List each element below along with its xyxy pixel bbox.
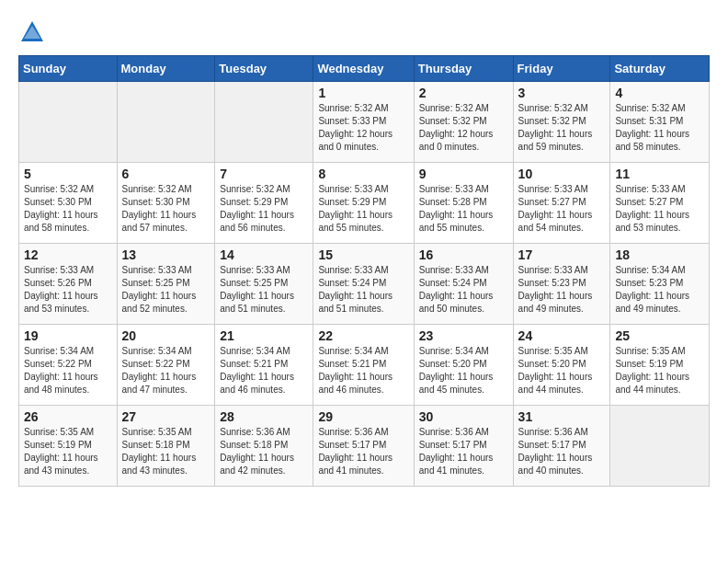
week-row-1: 5 Sunrise: 5:32 AMSunset: 5:30 PMDayligh… <box>19 163 710 244</box>
day-number: 25 <box>615 328 704 343</box>
day-cell: 13 Sunrise: 5:33 AMSunset: 5:25 PMDaylig… <box>117 244 215 325</box>
weekday-header-wednesday: Wednesday <box>313 56 414 82</box>
day-number: 5 <box>24 167 112 181</box>
day-number: 21 <box>220 328 308 343</box>
day-number: 9 <box>419 167 508 181</box>
day-cell: 10 Sunrise: 5:33 AMSunset: 5:27 PMDaylig… <box>513 163 610 244</box>
day-number: 27 <box>122 409 210 424</box>
weekday-header-thursday: Thursday <box>414 56 513 82</box>
day-number: 22 <box>318 328 408 343</box>
day-info: Sunrise: 5:33 AMSunset: 5:28 PMDaylight:… <box>419 183 508 235</box>
day-number: 1 <box>318 86 408 100</box>
day-info: Sunrise: 5:32 AMSunset: 5:33 PMDaylight:… <box>318 102 408 154</box>
day-number: 18 <box>615 247 704 262</box>
day-info: Sunrise: 5:36 AMSunset: 5:17 PMDaylight:… <box>518 426 606 477</box>
day-cell: 26 Sunrise: 5:35 AMSunset: 5:19 PMDaylig… <box>19 406 118 487</box>
day-cell: 14 Sunrise: 5:33 AMSunset: 5:25 PMDaylig… <box>215 244 313 325</box>
day-cell: 11 Sunrise: 5:33 AMSunset: 5:27 PMDaylig… <box>610 163 710 244</box>
day-info: Sunrise: 5:33 AMSunset: 5:25 PMDaylight:… <box>220 264 308 316</box>
day-cell: 31 Sunrise: 5:36 AMSunset: 5:17 PMDaylig… <box>513 406 610 487</box>
day-cell: 30 Sunrise: 5:36 AMSunset: 5:17 PMDaylig… <box>414 406 513 487</box>
day-cell <box>117 82 215 163</box>
day-cell: 8 Sunrise: 5:33 AMSunset: 5:29 PMDayligh… <box>313 163 414 244</box>
day-info: Sunrise: 5:35 AMSunset: 5:19 PMDaylight:… <box>24 426 112 477</box>
day-info: Sunrise: 5:36 AMSunset: 5:17 PMDaylight:… <box>318 426 408 477</box>
weekday-header-friday: Friday <box>513 56 610 82</box>
day-info: Sunrise: 5:32 AMSunset: 5:30 PMDaylight:… <box>122 183 210 235</box>
day-info: Sunrise: 5:33 AMSunset: 5:25 PMDaylight:… <box>122 264 210 316</box>
day-number: 16 <box>419 247 508 262</box>
day-cell: 18 Sunrise: 5:34 AMSunset: 5:23 PMDaylig… <box>610 244 710 325</box>
day-number: 12 <box>24 247 112 262</box>
day-number: 28 <box>220 409 308 424</box>
day-number: 8 <box>318 167 408 181</box>
day-cell <box>610 406 710 487</box>
day-cell: 12 Sunrise: 5:33 AMSunset: 5:26 PMDaylig… <box>19 244 118 325</box>
weekday-header-sunday: Sunday <box>19 56 118 82</box>
logo-icon <box>18 18 46 46</box>
day-info: Sunrise: 5:35 AMSunset: 5:19 PMDaylight:… <box>615 345 704 396</box>
day-number: 2 <box>419 86 508 100</box>
day-info: Sunrise: 5:33 AMSunset: 5:23 PMDaylight:… <box>518 264 606 316</box>
day-cell: 28 Sunrise: 5:36 AMSunset: 5:18 PMDaylig… <box>215 406 313 487</box>
day-number: 10 <box>518 167 606 181</box>
day-info: Sunrise: 5:32 AMSunset: 5:32 PMDaylight:… <box>518 102 606 154</box>
day-cell: 24 Sunrise: 5:35 AMSunset: 5:20 PMDaylig… <box>513 325 610 406</box>
day-number: 14 <box>220 247 308 262</box>
day-info: Sunrise: 5:33 AMSunset: 5:29 PMDaylight:… <box>318 183 408 235</box>
day-cell: 9 Sunrise: 5:33 AMSunset: 5:28 PMDayligh… <box>414 163 513 244</box>
weekday-header-row: SundayMondayTuesdayWednesdayThursdayFrid… <box>19 56 710 82</box>
day-number: 11 <box>615 167 704 181</box>
week-row-4: 26 Sunrise: 5:35 AMSunset: 5:19 PMDaylig… <box>19 406 710 487</box>
day-cell: 6 Sunrise: 5:32 AMSunset: 5:30 PMDayligh… <box>117 163 215 244</box>
day-cell: 20 Sunrise: 5:34 AMSunset: 5:22 PMDaylig… <box>117 325 215 406</box>
day-cell: 29 Sunrise: 5:36 AMSunset: 5:17 PMDaylig… <box>313 406 414 487</box>
day-cell: 15 Sunrise: 5:33 AMSunset: 5:24 PMDaylig… <box>313 244 414 325</box>
day-cell: 1 Sunrise: 5:32 AMSunset: 5:33 PMDayligh… <box>313 82 414 163</box>
week-row-3: 19 Sunrise: 5:34 AMSunset: 5:22 PMDaylig… <box>19 325 710 406</box>
day-info: Sunrise: 5:34 AMSunset: 5:21 PMDaylight:… <box>220 345 308 396</box>
day-info: Sunrise: 5:34 AMSunset: 5:22 PMDaylight:… <box>122 345 210 396</box>
day-info: Sunrise: 5:32 AMSunset: 5:29 PMDaylight:… <box>220 183 308 235</box>
calendar-table: SundayMondayTuesdayWednesdayThursdayFrid… <box>18 55 710 487</box>
day-info: Sunrise: 5:32 AMSunset: 5:32 PMDaylight:… <box>419 102 508 154</box>
day-info: Sunrise: 5:34 AMSunset: 5:20 PMDaylight:… <box>419 345 508 396</box>
week-row-2: 12 Sunrise: 5:33 AMSunset: 5:26 PMDaylig… <box>19 244 710 325</box>
day-info: Sunrise: 5:33 AMSunset: 5:27 PMDaylight:… <box>615 183 704 235</box>
day-cell: 17 Sunrise: 5:33 AMSunset: 5:23 PMDaylig… <box>513 244 610 325</box>
day-info: Sunrise: 5:34 AMSunset: 5:22 PMDaylight:… <box>24 345 112 396</box>
day-number: 7 <box>220 167 308 181</box>
day-number: 17 <box>518 247 606 262</box>
day-info: Sunrise: 5:33 AMSunset: 5:26 PMDaylight:… <box>24 264 112 316</box>
day-number: 26 <box>24 409 112 424</box>
day-number: 24 <box>518 328 606 343</box>
day-number: 30 <box>419 409 508 424</box>
day-cell: 23 Sunrise: 5:34 AMSunset: 5:20 PMDaylig… <box>414 325 513 406</box>
day-number: 4 <box>615 86 704 100</box>
day-cell: 21 Sunrise: 5:34 AMSunset: 5:21 PMDaylig… <box>215 325 313 406</box>
weekday-header-saturday: Saturday <box>610 56 710 82</box>
day-number: 15 <box>318 247 408 262</box>
day-info: Sunrise: 5:35 AMSunset: 5:18 PMDaylight:… <box>122 426 210 477</box>
day-info: Sunrise: 5:36 AMSunset: 5:18 PMDaylight:… <box>220 426 308 477</box>
day-cell: 4 Sunrise: 5:32 AMSunset: 5:31 PMDayligh… <box>610 82 710 163</box>
header <box>18 18 710 46</box>
day-cell: 5 Sunrise: 5:32 AMSunset: 5:30 PMDayligh… <box>19 163 118 244</box>
day-info: Sunrise: 5:33 AMSunset: 5:27 PMDaylight:… <box>518 183 606 235</box>
day-info: Sunrise: 5:33 AMSunset: 5:24 PMDaylight:… <box>419 264 508 316</box>
day-info: Sunrise: 5:33 AMSunset: 5:24 PMDaylight:… <box>318 264 408 316</box>
day-cell: 3 Sunrise: 5:32 AMSunset: 5:32 PMDayligh… <box>513 82 610 163</box>
day-cell: 7 Sunrise: 5:32 AMSunset: 5:29 PMDayligh… <box>215 163 313 244</box>
day-number: 13 <box>122 247 210 262</box>
day-info: Sunrise: 5:34 AMSunset: 5:21 PMDaylight:… <box>318 345 408 396</box>
day-number: 29 <box>318 409 408 424</box>
day-number: 3 <box>518 86 606 100</box>
day-number: 6 <box>122 167 210 181</box>
day-info: Sunrise: 5:35 AMSunset: 5:20 PMDaylight:… <box>518 345 606 396</box>
calendar-container: SundayMondayTuesdayWednesdayThursdayFrid… <box>0 0 728 563</box>
day-cell: 2 Sunrise: 5:32 AMSunset: 5:32 PMDayligh… <box>414 82 513 163</box>
calendar-body: 1 Sunrise: 5:32 AMSunset: 5:33 PMDayligh… <box>19 82 710 487</box>
day-cell: 25 Sunrise: 5:35 AMSunset: 5:19 PMDaylig… <box>610 325 710 406</box>
day-info: Sunrise: 5:32 AMSunset: 5:30 PMDaylight:… <box>24 183 112 235</box>
weekday-header-tuesday: Tuesday <box>215 56 313 82</box>
